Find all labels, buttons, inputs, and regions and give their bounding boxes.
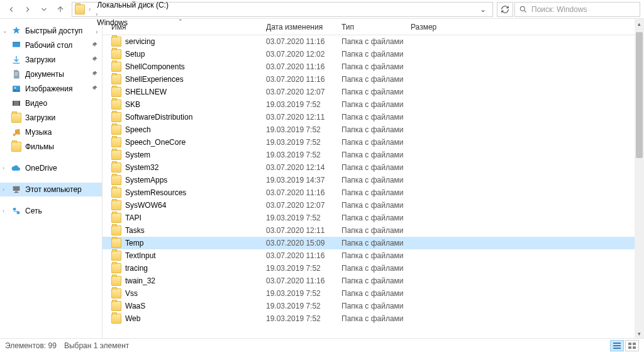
file-type: Папка с файлами [336,239,406,247]
file-row[interactable]: Vss19.03.2019 7:52Папка с файлами [103,287,644,300]
file-row[interactable]: Web19.03.2019 7:52Папка с файлами [103,312,644,325]
file-row[interactable]: Setup03.07.2020 12:02Папка с файлами [103,48,644,60]
sidebar-item-pictures[interactable]: Изображения [0,82,102,96]
view-details-button[interactable] [610,340,624,351]
sidebar-item-network[interactable]: › Сеть [0,204,102,218]
sidebar-item-documents[interactable]: Документы [0,67,102,81]
file-date: 03.07.2020 12:14 [261,163,336,172]
file-row[interactable]: tracing19.03.2019 7:52Папка с файлами [103,262,644,275]
file-date: 03.07.2020 11:16 [261,188,336,197]
svg-rect-22 [633,343,636,345]
file-row[interactable]: Speech19.03.2019 7:52Папка с файлами [103,123,644,136]
file-date: 19.03.2019 7:52 [261,138,336,147]
video-icon [11,98,21,108]
file-name: System32 [125,163,158,172]
sidebar-item-videos[interactable]: Видео [0,96,102,110]
file-name: SoftwareDistribution [125,113,192,122]
file-row[interactable]: ShellComponents03.07.2020 11:16Папка с ф… [103,60,644,73]
folder-icon [11,113,21,123]
sidebar-item-desktop[interactable]: Рабочий стол [0,38,102,52]
scroll-track[interactable] [635,28,644,329]
file-row[interactable]: TAPI19.03.2019 7:52Папка с файлами [103,212,644,224]
status-bar: Элементов: 99 Выбран 1 элемент [0,338,644,352]
column-header-type[interactable]: Тип [336,19,406,35]
file-row[interactable]: SoftwareDistribution03.07.2020 12:11Папк… [103,111,644,123]
folder-icon [111,251,121,261]
file-row[interactable]: servicing03.07.2020 11:16Папка с файлами [103,35,644,48]
sidebar-item-downloads[interactable]: Загрузки [0,53,102,67]
scroll-thumb[interactable] [636,32,643,158]
file-name: ShellExperiences [125,75,184,84]
svg-rect-4 [14,74,18,74]
file-name: servicing [125,37,155,46]
file-row[interactable]: TextInput03.07.2020 11:16Папка с файлами [103,249,644,262]
chevron-right-icon: › [3,208,4,214]
file-name: Vss [125,289,138,298]
desktop-icon [11,40,21,50]
file-list[interactable]: servicing03.07.2020 11:16Папка с файлами… [103,35,644,338]
pc-icon [11,185,21,195]
file-row[interactable]: SysWOW6403.07.2020 12:07Папка с файлами [103,199,644,212]
folder-icon [111,213,121,223]
status-items-count: Элементов: 99 [5,341,57,350]
up-button[interactable] [53,2,68,17]
chevron-right-icon: › [94,11,99,18]
sidebar-item-movies[interactable]: Фильмы [0,140,102,154]
column-header-date[interactable]: Дата изменения [261,19,336,35]
file-date: 19.03.2019 7:52 [261,125,336,134]
file-row[interactable]: Tasks03.07.2020 12:11Папка с файлами [103,224,644,237]
sidebar-item-this-pc[interactable]: › Этот компьютер [0,183,102,196]
sidebar-item-downloads-2[interactable]: Загрузки [0,111,102,125]
file-row[interactable]: ShellExperiences03.07.2020 11:16Папка с … [103,73,644,86]
folder-icon [111,263,121,273]
file-row[interactable]: Speech_OneCore19.03.2019 7:52Папка с фай… [103,136,644,149]
sidebar-item-onedrive[interactable]: › OneDrive [0,161,102,175]
file-row[interactable]: System3203.07.2020 12:14Папка с файлами [103,161,644,174]
file-date: 19.03.2019 7:52 [261,264,336,273]
address-dropdown[interactable]: ⌄ [476,5,490,14]
file-row[interactable]: SKB19.03.2019 7:52Папка с файлами [103,98,644,111]
sidebar-item-music[interactable]: Музыка [0,125,102,139]
refresh-button[interactable] [497,2,513,17]
scroll-up-button[interactable]: ▴ [635,19,644,28]
file-row[interactable]: SHELLNEW03.07.2020 12:07Папка с файлами [103,86,644,98]
file-date: 03.07.2020 12:11 [261,113,336,122]
svg-rect-16 [13,208,16,210]
folder-icon [111,314,121,324]
file-type: Папка с файлами [336,276,406,285]
pin-icon [92,55,98,64]
sidebar-item-quick-access[interactable]: ⌄ Быстрый доступ [0,24,102,38]
sidebar-label: Видео [25,99,47,108]
file-row[interactable]: Temp03.07.2020 15:09Папка с файлами [103,237,644,249]
sidebar-label: Загрузки [25,113,55,122]
folder-icon [111,87,121,97]
chevron-down-icon: ⌄ [3,28,8,34]
folder-icon [111,99,121,110]
file-row[interactable]: System19.03.2019 7:52Папка с файлами [103,149,644,161]
file-date: 03.07.2020 12:07 [261,201,336,210]
back-button[interactable] [4,2,19,17]
scroll-down-button[interactable]: ▾ [635,329,644,338]
search-icon [519,5,528,14]
file-name: TAPI [125,213,142,222]
breadcrumb-item[interactable]: Локальный диск (C:) [94,1,171,9]
svg-rect-3 [14,72,18,73]
search-box[interactable]: Поиск: Windows [514,2,640,17]
file-row[interactable]: SystemResources03.07.2020 11:16Папка с ф… [103,186,644,199]
file-name: TextInput [125,251,156,260]
svg-rect-20 [613,348,621,349]
vertical-scrollbar[interactable]: ▴ ▾ [635,19,644,338]
column-header-size[interactable]: Размер [406,19,456,35]
view-large-icons-button[interactable] [625,340,639,351]
file-row[interactable]: SystemApps19.03.2019 14:37Папка с файлам… [103,174,644,186]
file-type: Папка с файлами [336,289,406,298]
forward-button[interactable] [20,2,35,17]
file-row[interactable]: WaaS19.03.2019 7:52Папка с файлами [103,300,644,312]
folder-icon [111,62,121,72]
column-header-name[interactable]: Имя [106,19,261,35]
file-row[interactable]: twain_3203.07.2020 11:16Папка с файлами [103,275,644,287]
recent-dropdown[interactable] [36,2,52,17]
svg-rect-2 [13,42,20,43]
address-bar[interactable]: › Этот компьютер›Локальный диск (C:)›Win… [72,2,493,17]
file-type: Папка с файлами [336,302,406,310]
